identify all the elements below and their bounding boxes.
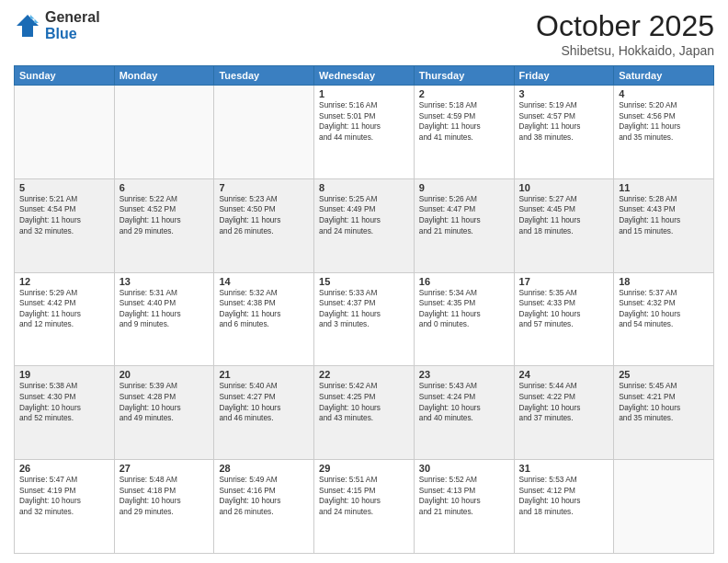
calendar-cell: 2Sunrise: 5:18 AM Sunset: 4:59 PM Daylig… (414, 86, 514, 179)
day-number: 30 (419, 463, 509, 474)
day-number: 13 (119, 276, 210, 287)
day-number: 1 (319, 88, 409, 99)
day-number: 25 (619, 369, 709, 380)
calendar-cell: 15Sunrise: 5:33 AM Sunset: 4:37 PM Dayli… (314, 272, 415, 366)
day-number: 3 (519, 88, 609, 99)
calendar-cell: 23Sunrise: 5:43 AM Sunset: 4:24 PM Dayli… (414, 366, 514, 460)
day-info: Sunrise: 5:33 AM Sunset: 4:37 PM Dayligh… (319, 288, 409, 330)
day-number: 2 (419, 88, 509, 99)
day-info: Sunrise: 5:27 AM Sunset: 4:45 PM Dayligh… (519, 194, 609, 236)
calendar-cell: 30Sunrise: 5:52 AM Sunset: 4:13 PM Dayli… (414, 460, 514, 554)
calendar-cell: 16Sunrise: 5:34 AM Sunset: 4:35 PM Dayli… (414, 272, 514, 366)
day-info: Sunrise: 5:51 AM Sunset: 4:15 PM Dayligh… (319, 475, 409, 517)
day-number: 11 (619, 182, 709, 193)
day-number: 15 (319, 276, 409, 287)
calendar-week-row: 19Sunrise: 5:38 AM Sunset: 4:30 PM Dayli… (15, 366, 714, 460)
calendar-week-row: 26Sunrise: 5:47 AM Sunset: 4:19 PM Dayli… (15, 460, 714, 554)
day-number: 22 (319, 369, 409, 380)
day-number: 24 (519, 369, 609, 380)
weekday-header-monday: Monday (114, 66, 214, 86)
day-number: 7 (219, 182, 309, 193)
calendar-cell: 3Sunrise: 5:19 AM Sunset: 4:57 PM Daylig… (514, 86, 614, 179)
header: General Blue October 2025 Shibetsu, Hokk… (14, 9, 714, 58)
day-info: Sunrise: 5:37 AM Sunset: 4:32 PM Dayligh… (619, 288, 709, 330)
day-number: 18 (619, 276, 709, 287)
weekday-header-sunday: Sunday (15, 66, 115, 86)
calendar-cell: 25Sunrise: 5:45 AM Sunset: 4:21 PM Dayli… (614, 366, 714, 460)
logo-blue-text: Blue (45, 26, 100, 42)
day-info: Sunrise: 5:19 AM Sunset: 4:57 PM Dayligh… (519, 100, 609, 143)
day-info: Sunrise: 5:28 AM Sunset: 4:43 PM Dayligh… (619, 194, 709, 236)
day-info: Sunrise: 5:20 AM Sunset: 4:56 PM Dayligh… (619, 100, 709, 143)
day-info: Sunrise: 5:48 AM Sunset: 4:18 PM Dayligh… (119, 475, 210, 517)
calendar-cell: 24Sunrise: 5:44 AM Sunset: 4:22 PM Dayli… (514, 366, 614, 460)
day-number: 17 (519, 276, 609, 287)
day-info: Sunrise: 5:29 AM Sunset: 4:42 PM Dayligh… (19, 288, 109, 330)
weekday-header-tuesday: Tuesday (214, 66, 314, 86)
calendar-cell: 22Sunrise: 5:42 AM Sunset: 4:25 PM Dayli… (314, 366, 415, 460)
day-info: Sunrise: 5:40 AM Sunset: 4:27 PM Dayligh… (219, 381, 309, 423)
calendar-week-row: 12Sunrise: 5:29 AM Sunset: 4:42 PM Dayli… (15, 272, 714, 366)
day-number: 8 (319, 182, 409, 193)
calendar-cell: 5Sunrise: 5:21 AM Sunset: 4:54 PM Daylig… (15, 178, 115, 272)
calendar-cell: 11Sunrise: 5:28 AM Sunset: 4:43 PM Dayli… (614, 178, 714, 272)
day-number: 16 (419, 276, 509, 287)
calendar-cell: 18Sunrise: 5:37 AM Sunset: 4:32 PM Dayli… (614, 272, 714, 366)
calendar-table: SundayMondayTuesdayWednesdayThursdayFrid… (14, 65, 714, 554)
calendar-cell: 19Sunrise: 5:38 AM Sunset: 4:30 PM Dayli… (15, 366, 115, 460)
calendar-cell: 9Sunrise: 5:26 AM Sunset: 4:47 PM Daylig… (414, 178, 514, 272)
calendar-cell (114, 86, 214, 179)
day-info: Sunrise: 5:34 AM Sunset: 4:35 PM Dayligh… (419, 288, 509, 330)
weekday-header-friday: Friday (514, 66, 614, 86)
calendar-cell (214, 86, 314, 179)
day-number: 28 (219, 463, 309, 474)
day-info: Sunrise: 5:42 AM Sunset: 4:25 PM Dayligh… (319, 381, 409, 423)
day-number: 10 (519, 182, 609, 193)
day-info: Sunrise: 5:52 AM Sunset: 4:13 PM Dayligh… (419, 475, 509, 517)
calendar-cell: 4Sunrise: 5:20 AM Sunset: 4:56 PM Daylig… (614, 86, 714, 179)
day-number: 12 (19, 276, 109, 287)
svg-marker-0 (17, 15, 39, 37)
day-number: 6 (119, 182, 210, 193)
weekday-header-thursday: Thursday (414, 66, 514, 86)
day-number: 26 (19, 463, 109, 474)
day-info: Sunrise: 5:31 AM Sunset: 4:40 PM Dayligh… (119, 288, 210, 330)
day-info: Sunrise: 5:47 AM Sunset: 4:19 PM Dayligh… (19, 475, 109, 517)
day-number: 27 (119, 463, 210, 474)
calendar-cell: 21Sunrise: 5:40 AM Sunset: 4:27 PM Dayli… (214, 366, 314, 460)
calendar-cell: 14Sunrise: 5:32 AM Sunset: 4:38 PM Dayli… (214, 272, 314, 366)
day-info: Sunrise: 5:39 AM Sunset: 4:28 PM Dayligh… (119, 381, 210, 423)
calendar-cell: 26Sunrise: 5:47 AM Sunset: 4:19 PM Dayli… (15, 460, 115, 554)
day-info: Sunrise: 5:26 AM Sunset: 4:47 PM Dayligh… (419, 194, 509, 236)
day-info: Sunrise: 5:23 AM Sunset: 4:50 PM Dayligh… (219, 194, 309, 236)
day-number: 9 (419, 182, 509, 193)
calendar-cell: 8Sunrise: 5:25 AM Sunset: 4:49 PM Daylig… (314, 178, 415, 272)
day-number: 29 (319, 463, 409, 474)
day-info: Sunrise: 5:49 AM Sunset: 4:16 PM Dayligh… (219, 475, 309, 517)
day-info: Sunrise: 5:32 AM Sunset: 4:38 PM Dayligh… (219, 288, 309, 330)
calendar-cell: 31Sunrise: 5:53 AM Sunset: 4:12 PM Dayli… (514, 460, 614, 554)
calendar-cell: 1Sunrise: 5:16 AM Sunset: 5:01 PM Daylig… (314, 86, 415, 179)
calendar-cell (614, 460, 714, 554)
day-info: Sunrise: 5:53 AM Sunset: 4:12 PM Dayligh… (519, 475, 609, 517)
weekday-header-wednesday: Wednesday (314, 66, 415, 86)
logo-general-text: General (45, 9, 100, 26)
day-number: 5 (19, 182, 109, 193)
page: General Blue October 2025 Shibetsu, Hokk… (0, 0, 728, 563)
calendar-cell (15, 86, 115, 179)
calendar-cell: 6Sunrise: 5:22 AM Sunset: 4:52 PM Daylig… (114, 178, 214, 272)
logo-text: General Blue (45, 9, 100, 41)
calendar-cell: 29Sunrise: 5:51 AM Sunset: 4:15 PM Dayli… (314, 460, 415, 554)
day-number: 23 (419, 369, 509, 380)
day-number: 20 (119, 369, 210, 380)
calendar-week-row: 5Sunrise: 5:21 AM Sunset: 4:54 PM Daylig… (15, 178, 714, 272)
day-info: Sunrise: 5:25 AM Sunset: 4:49 PM Dayligh… (319, 194, 409, 236)
logo: General Blue (14, 9, 100, 41)
calendar-cell: 28Sunrise: 5:49 AM Sunset: 4:16 PM Dayli… (214, 460, 314, 554)
calendar-cell: 7Sunrise: 5:23 AM Sunset: 4:50 PM Daylig… (214, 178, 314, 272)
weekday-header-saturday: Saturday (614, 66, 714, 86)
calendar-cell: 17Sunrise: 5:35 AM Sunset: 4:33 PM Dayli… (514, 272, 614, 366)
day-info: Sunrise: 5:38 AM Sunset: 4:30 PM Dayligh… (19, 381, 109, 423)
calendar-week-row: 1Sunrise: 5:16 AM Sunset: 5:01 PM Daylig… (15, 86, 714, 179)
day-number: 21 (219, 369, 309, 380)
